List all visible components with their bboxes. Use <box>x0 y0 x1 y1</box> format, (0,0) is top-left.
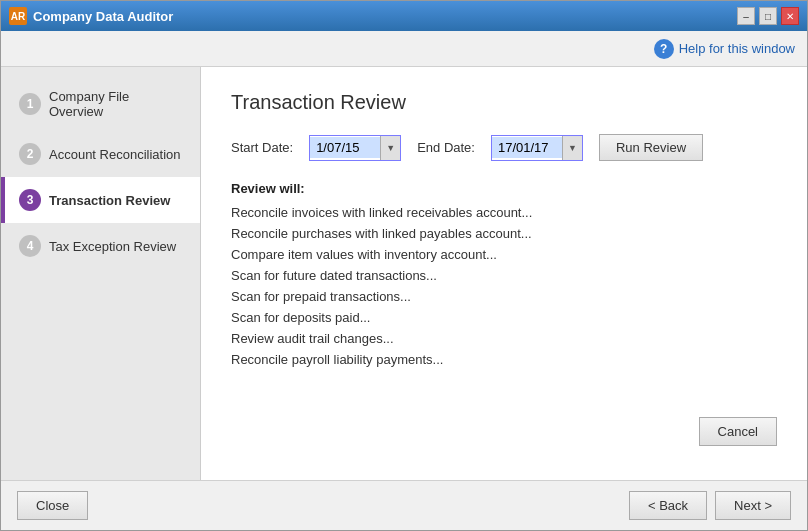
date-row: Start Date: ▼ End Date: ▼ Run Review <box>231 134 777 161</box>
sidebar-item-transaction-review[interactable]: 3 Transaction Review <box>1 177 200 223</box>
title-controls: – □ ✕ <box>737 7 799 25</box>
step-number-1: 1 <box>19 93 41 115</box>
review-will-title: Review will: <box>231 181 777 196</box>
sidebar-label-2: Account Reconciliation <box>49 147 181 162</box>
sidebar: 1 Company File Overview 2 Account Reconc… <box>1 67 201 480</box>
content-area: Transaction Review Start Date: ▼ End Dat… <box>201 67 807 480</box>
start-date-label: Start Date: <box>231 140 293 155</box>
step-number-2: 2 <box>19 143 41 165</box>
bottom-right-buttons: < Back Next > <box>629 491 791 520</box>
help-bar: ? Help for this window <box>1 31 807 67</box>
next-button[interactable]: Next > <box>715 491 791 520</box>
sidebar-label-1: Company File Overview <box>49 89 186 119</box>
window-close-button[interactable]: ✕ <box>781 7 799 25</box>
sidebar-label-4: Tax Exception Review <box>49 239 176 254</box>
review-will-section: Review will: Reconcile invoices with lin… <box>231 181 777 370</box>
step-number-4: 4 <box>19 235 41 257</box>
window-title: Company Data Auditor <box>33 9 173 24</box>
minimize-button[interactable]: – <box>737 7 755 25</box>
start-date-dropdown-button[interactable]: ▼ <box>380 136 400 160</box>
start-date-input[interactable] <box>310 137 380 158</box>
close-button[interactable]: Close <box>17 491 88 520</box>
review-item-3: Scan for future dated transactions... <box>231 265 777 286</box>
help-button[interactable]: ? Help for this window <box>654 39 795 59</box>
review-item-7: Reconcile payroll liability payments... <box>231 349 777 370</box>
cancel-area: Cancel <box>231 417 777 456</box>
main-content: 1 Company File Overview 2 Account Reconc… <box>1 67 807 480</box>
review-item-5: Scan for deposits paid... <box>231 307 777 328</box>
app-icon: AR <box>9 7 27 25</box>
review-item-0: Reconcile invoices with linked receivabl… <box>231 202 777 223</box>
review-item-4: Scan for prepaid transactions... <box>231 286 777 307</box>
end-date-label: End Date: <box>417 140 475 155</box>
page-title: Transaction Review <box>231 91 777 114</box>
end-date-input-wrap: ▼ <box>491 135 583 161</box>
review-item-6: Review audit trail changes... <box>231 328 777 349</box>
sidebar-item-account-reconciliation[interactable]: 2 Account Reconciliation <box>1 131 200 177</box>
sidebar-item-company-file[interactable]: 1 Company File Overview <box>1 77 200 131</box>
end-date-dropdown-button[interactable]: ▼ <box>562 136 582 160</box>
bottom-bar: Close < Back Next > <box>1 480 807 530</box>
content-spacer <box>231 380 777 417</box>
sidebar-item-tax-exception[interactable]: 4 Tax Exception Review <box>1 223 200 269</box>
title-bar: AR Company Data Auditor – □ ✕ <box>1 1 807 31</box>
help-label: Help for this window <box>679 41 795 56</box>
cancel-button[interactable]: Cancel <box>699 417 777 446</box>
end-date-input[interactable] <box>492 137 562 158</box>
run-review-button[interactable]: Run Review <box>599 134 703 161</box>
review-item-2: Compare item values with inventory accou… <box>231 244 777 265</box>
back-button[interactable]: < Back <box>629 491 707 520</box>
title-bar-left: AR Company Data Auditor <box>9 7 173 25</box>
start-date-input-wrap: ▼ <box>309 135 401 161</box>
main-window: AR Company Data Auditor – □ ✕ ? Help for… <box>0 0 808 531</box>
help-icon: ? <box>654 39 674 59</box>
sidebar-label-3: Transaction Review <box>49 193 170 208</box>
step-number-3: 3 <box>19 189 41 211</box>
review-item-1: Reconcile purchases with linked payables… <box>231 223 777 244</box>
maximize-button[interactable]: □ <box>759 7 777 25</box>
